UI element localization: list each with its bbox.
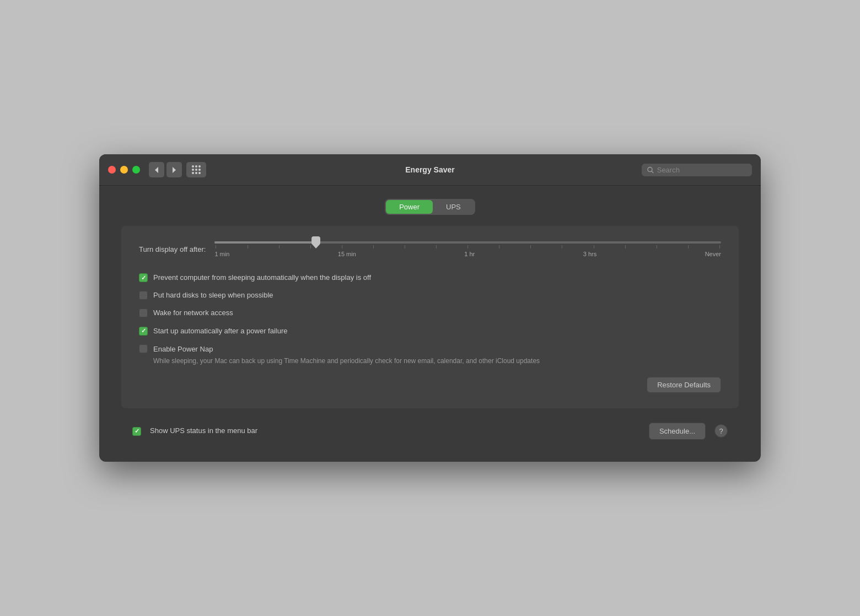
search-input[interactable] bbox=[657, 166, 746, 174]
slider-fill bbox=[214, 241, 316, 244]
settings-panel: Turn display off after: bbox=[121, 226, 739, 408]
power-nap-checkbox[interactable] bbox=[139, 344, 148, 353]
hard-disks-checkbox[interactable] bbox=[139, 291, 148, 300]
slider-row: Turn display off after: bbox=[139, 241, 721, 257]
close-button[interactable] bbox=[108, 166, 116, 174]
checkboxes-section: ✓ Prevent computer from sleeping automat… bbox=[139, 273, 721, 366]
time-label-3hrs: 3 hrs bbox=[583, 251, 596, 257]
time-label-1hr: 1 hr bbox=[464, 251, 475, 257]
hard-disks-label: Put hard disks to sleep when possible bbox=[153, 290, 273, 300]
time-label-never: Never bbox=[705, 251, 721, 257]
wake-network-label: Wake for network access bbox=[153, 308, 233, 318]
restore-row: Restore Defaults bbox=[139, 377, 721, 393]
list-item: Enable Power Nap While sleeping, your Ma… bbox=[139, 344, 721, 366]
back-button[interactable] bbox=[149, 162, 164, 177]
slider-section: Turn display off after: bbox=[139, 241, 721, 257]
minimize-button[interactable] bbox=[120, 166, 128, 174]
show-ups-label: Show UPS status in the menu bar bbox=[150, 426, 257, 436]
restore-defaults-button[interactable]: Restore Defaults bbox=[647, 377, 721, 393]
content-area: Power UPS Turn display off after: bbox=[99, 186, 761, 462]
schedule-button[interactable]: Schedule... bbox=[649, 423, 706, 440]
bottom-bar: ✓ Show UPS status in the menu bar Schedu… bbox=[121, 417, 739, 445]
tab-power[interactable]: Power bbox=[386, 200, 433, 214]
show-ups-checkbox[interactable]: ✓ bbox=[132, 427, 141, 436]
time-label-15min: 15 min bbox=[338, 251, 356, 257]
forward-button[interactable] bbox=[166, 162, 182, 177]
checkmark-icon: ✓ bbox=[141, 328, 146, 334]
tabs-container: Power UPS bbox=[121, 199, 739, 215]
list-item: ✓ Prevent computer from sleeping automat… bbox=[139, 273, 721, 283]
help-button[interactable]: ? bbox=[714, 424, 728, 437]
list-item: Put hard disks to sleep when possible bbox=[139, 290, 721, 300]
titlebar: Energy Saver bbox=[99, 154, 761, 186]
slider-container[interactable]: 1 min 15 min 1 hr 3 hrs Never bbox=[214, 241, 721, 257]
wake-network-checkbox[interactable] bbox=[139, 309, 148, 317]
tick-marks bbox=[214, 245, 721, 248]
search-box[interactable] bbox=[642, 164, 752, 176]
grid-button[interactable] bbox=[186, 162, 206, 177]
main-window: Energy Saver Power UPS Turn display off … bbox=[99, 154, 761, 462]
power-nap-text-group: Enable Power Nap While sleeping, your Ma… bbox=[153, 344, 540, 366]
svg-line-1 bbox=[652, 171, 653, 172]
tab-ups[interactable]: UPS bbox=[433, 200, 474, 214]
startup-power-label: Start up automatically after a power fai… bbox=[153, 326, 288, 336]
checkmark-icon: ✓ bbox=[135, 428, 139, 434]
slider-track bbox=[214, 241, 721, 244]
grid-icon bbox=[192, 165, 201, 174]
checkmark-icon: ✓ bbox=[141, 275, 146, 281]
maximize-button[interactable] bbox=[132, 166, 140, 174]
power-nap-sublabel: While sleeping, your Mac can back up usi… bbox=[153, 356, 540, 366]
prevent-sleep-label: Prevent computer from sleeping automatic… bbox=[153, 273, 371, 283]
startup-power-checkbox[interactable]: ✓ bbox=[139, 327, 148, 336]
list-item: ✓ Start up automatically after a power f… bbox=[139, 326, 721, 336]
power-nap-label: Enable Power Nap bbox=[153, 345, 213, 353]
traffic-lights bbox=[108, 166, 140, 174]
window-title: Energy Saver bbox=[405, 165, 455, 174]
time-label-1min: 1 min bbox=[214, 251, 229, 257]
slider-label: Turn display off after: bbox=[139, 245, 206, 253]
tab-group: Power UPS bbox=[385, 199, 475, 215]
prevent-sleep-checkbox[interactable]: ✓ bbox=[139, 273, 148, 282]
slider-labels: 1 min 15 min 1 hr 3 hrs Never bbox=[214, 251, 721, 257]
search-icon bbox=[647, 166, 654, 174]
nav-buttons bbox=[149, 162, 206, 177]
list-item: Wake for network access bbox=[139, 308, 721, 318]
